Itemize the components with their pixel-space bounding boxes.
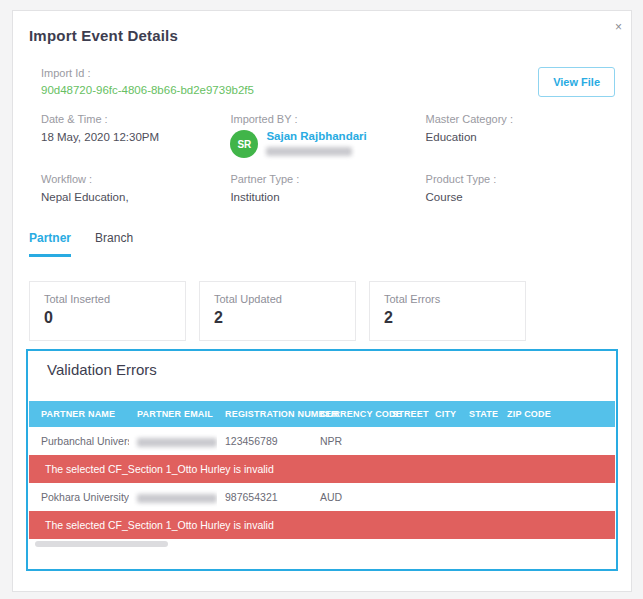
tab-partner[interactable]: Partner xyxy=(29,231,71,257)
master-category-value: Education xyxy=(426,131,615,143)
import-id-section: Import Id : 90d48720-96fc-4806-8b66-bd2e… xyxy=(29,67,615,97)
table-row: Pokhara University 987654321 AUD xyxy=(29,483,615,511)
import-id-value: 90d48720-96fc-4806-8b66-bd2e9739b2f5 xyxy=(41,84,254,96)
error-row: The selected CF_Section 1_Otto Hurley is… xyxy=(29,455,615,483)
imported-by-label: Imported BY : xyxy=(230,113,425,125)
page-title: Import Event Details xyxy=(29,19,615,44)
stat-card-total-inserted: Total Inserted 0 xyxy=(29,281,186,341)
cell-state xyxy=(461,427,499,455)
import-event-details-modal: × Import Event Details Import Id : 90d48… xyxy=(12,10,632,592)
tab-branch[interactable]: Branch xyxy=(95,231,133,257)
date-time-value: 18 May, 2020 12:30PM xyxy=(41,131,230,143)
cell-street xyxy=(384,427,427,455)
horizontal-scrollbar-thumb[interactable] xyxy=(35,541,168,547)
product-type-label: Product Type : xyxy=(426,173,615,185)
cell-currency-code: AUD xyxy=(312,483,384,511)
cell-partner-name: Pokhara University xyxy=(29,483,129,511)
view-file-button[interactable]: View File xyxy=(538,67,615,97)
cell-zip-code xyxy=(499,427,615,455)
stat-label: Total Errors xyxy=(384,293,511,305)
table-row: Purbanchal University 123456789 NPR xyxy=(29,427,615,455)
product-type-value: Course xyxy=(426,191,615,203)
cell-currency-code: NPR xyxy=(312,427,384,455)
col-currency-code: CURRENCY CODE xyxy=(312,401,384,427)
stat-label: Total Inserted xyxy=(44,293,171,305)
cell-registration-number: 123456789 xyxy=(217,427,312,455)
col-city: CITY xyxy=(427,401,461,427)
col-partner-email: PARTNER EMAIL xyxy=(129,401,217,427)
validation-errors-panel: Validation Errors PARTNER NAME PARTNER E… xyxy=(26,349,618,571)
stat-card-total-errors: Total Errors 2 xyxy=(369,281,526,341)
stat-cards: Total Inserted 0 Total Updated 2 Total E… xyxy=(29,281,615,341)
cell-registration-number: 987654321 xyxy=(217,483,312,511)
redacted-email xyxy=(137,494,217,503)
error-message: The selected CF_Section 1_Otto Hurley is… xyxy=(29,455,615,483)
partner-type-label: Partner Type : xyxy=(230,173,425,185)
details-grid: Date & Time : 18 May, 2020 12:30PM Impor… xyxy=(29,113,615,203)
cell-partner-email xyxy=(129,427,217,455)
cell-partner-email xyxy=(129,483,217,511)
error-message: The selected CF_Section 1_Otto Hurley is… xyxy=(29,511,615,539)
stat-card-total-updated: Total Updated 2 xyxy=(199,281,356,341)
cell-city xyxy=(427,483,461,511)
import-id-label: Import Id : xyxy=(41,67,254,79)
detail-date-time: Date & Time : 18 May, 2020 12:30PM xyxy=(41,113,230,158)
date-time-label: Date & Time : xyxy=(41,113,230,125)
validation-errors-title: Validation Errors xyxy=(29,357,615,378)
stat-value: 0 xyxy=(44,309,171,327)
imported-by-name[interactable]: Sajan Rajbhandari xyxy=(266,130,366,142)
detail-imported-by: Imported BY : SR Sajan Rajbhandari xyxy=(230,113,425,158)
detail-partner-type: Partner Type : Institution xyxy=(230,173,425,203)
col-state: STATE xyxy=(461,401,499,427)
detail-product-type: Product Type : Course xyxy=(426,173,615,203)
cell-city xyxy=(427,427,461,455)
stat-label: Total Updated xyxy=(214,293,341,305)
imported-by-card: SR Sajan Rajbhandari xyxy=(230,130,425,158)
stat-value: 2 xyxy=(214,309,341,327)
cell-zip-code xyxy=(499,483,615,511)
cell-state xyxy=(461,483,499,511)
partner-type-value: Institution xyxy=(230,191,425,203)
detail-master-category: Master Category : Education xyxy=(426,113,615,158)
stat-value: 2 xyxy=(384,309,511,327)
workflow-label: Workflow : xyxy=(41,173,230,185)
table-header-row: PARTNER NAME PARTNER EMAIL REGISTRATION … xyxy=(29,401,615,427)
validation-errors-table: PARTNER NAME PARTNER EMAIL REGISTRATION … xyxy=(29,401,615,539)
master-category-label: Master Category : xyxy=(426,113,615,125)
cell-partner-name: Purbanchal University xyxy=(29,427,129,455)
tab-bar: Partner Branch xyxy=(29,231,615,257)
detail-workflow: Workflow : Nepal Education, xyxy=(41,173,230,203)
close-icon[interactable]: × xyxy=(615,21,622,33)
col-partner-name: PARTNER NAME xyxy=(29,401,129,427)
col-registration-number: REGISTRATION NUMBER xyxy=(217,401,312,427)
redacted-email xyxy=(137,438,217,447)
cell-street xyxy=(384,483,427,511)
col-zip-code: ZIP CODE xyxy=(499,401,615,427)
workflow-value: Nepal Education, xyxy=(41,191,230,203)
redacted-email xyxy=(266,147,352,156)
error-row: The selected CF_Section 1_Otto Hurley is… xyxy=(29,511,615,539)
avatar: SR xyxy=(230,130,258,158)
